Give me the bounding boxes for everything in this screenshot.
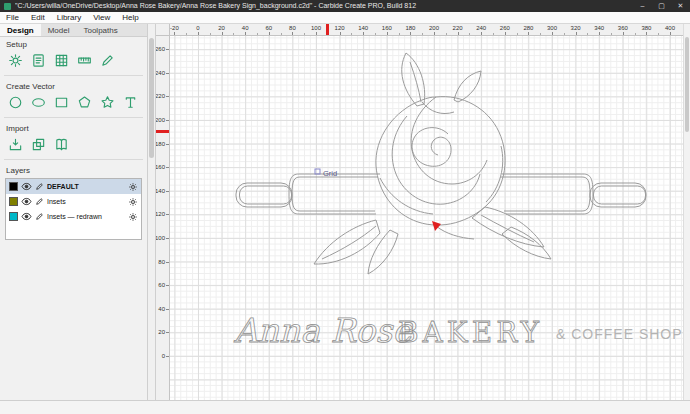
tab-model[interactable]: Model [41, 24, 77, 36]
layer-color-swatch[interactable] [9, 212, 18, 221]
ruler-label: 120 [156, 211, 165, 217]
ruler-tick [410, 32, 411, 35]
rose-vector[interactable] [376, 97, 505, 226]
ruler-label: 220 [453, 25, 463, 31]
ellipse-tool-button[interactable] [28, 93, 48, 112]
layer-color-swatch[interactable] [9, 197, 18, 206]
star-icon [100, 95, 115, 110]
menu-item-file[interactable]: File [0, 12, 25, 24]
merge-icon [31, 137, 46, 152]
artwork-bakery-text[interactable]: BAKERY [398, 316, 543, 349]
scrollbar-thumb[interactable] [685, 37, 689, 132]
layer-row[interactable]: Insets [6, 194, 141, 209]
ruler-label: -20 [170, 25, 179, 31]
layer-row[interactable]: DEFAULT [6, 179, 141, 194]
menu-item-library[interactable]: Library [51, 12, 87, 24]
library-icon [54, 137, 69, 152]
section-divider [4, 75, 143, 76]
job-setup-tool-button[interactable] [5, 51, 25, 70]
design-artwork: Grid Anna Rose BAKERY & COFFEE SHOP [170, 36, 683, 400]
import-file-tool-button[interactable] [5, 135, 25, 154]
ruler-tick [387, 32, 388, 35]
ruler-tick [166, 191, 169, 192]
ruler-label: 100 [311, 25, 321, 31]
eye-icon[interactable] [21, 197, 32, 206]
sidebar-scrollbar[interactable] [148, 24, 156, 400]
ruler-label: 80 [158, 259, 165, 265]
minimize-button[interactable]: – [633, 0, 652, 12]
canvas-scrollbar[interactable] [683, 24, 690, 400]
merge-tool-button[interactable] [28, 135, 48, 154]
menu-item-edit[interactable]: Edit [25, 12, 51, 24]
ruler-tick [469, 33, 470, 35]
ruler-tick [540, 33, 541, 35]
import-section-title: Import [0, 121, 147, 134]
ruler-tick [399, 33, 400, 35]
window-title: "C:/Users/willa/OneDrive/Desktop/Anna Ro… [15, 0, 633, 12]
star-tool-button[interactable] [97, 93, 117, 112]
maximize-button[interactable]: ▢ [652, 0, 671, 12]
artwork-coffee-text[interactable]: & COFFEE SHOP [556, 326, 683, 342]
library-tool-button[interactable] [51, 135, 71, 154]
menu-item-view[interactable]: View [87, 12, 116, 24]
scrollbar-thumb[interactable] [149, 38, 154, 158]
ruler-tick [281, 33, 282, 35]
app-window: "C:/Users/willa/OneDrive/Desktop/Anna Ro… [0, 0, 690, 414]
layer-row[interactable]: Insets — redrawn [6, 209, 141, 224]
document-tool-button[interactable] [28, 51, 48, 70]
menu-bar: FileEditLibraryViewHelp [0, 12, 690, 24]
pencil-icon[interactable] [35, 197, 44, 206]
layer-gear-icon[interactable] [128, 182, 138, 192]
text-tool-button[interactable] [120, 93, 140, 112]
ruler-tick [269, 32, 270, 35]
ruler-label: 340 [594, 25, 604, 31]
circle-tool-button[interactable] [5, 93, 25, 112]
leaves-vector[interactable] [314, 53, 551, 274]
artwork-script-text[interactable]: Anna Rose [233, 311, 414, 350]
pencil-icon[interactable] [35, 212, 44, 221]
ruler-tick [505, 32, 506, 35]
design-canvas[interactable]: Grid Anna Rose BAKERY & COFFEE SHOP [170, 36, 683, 400]
ruler-tick [458, 32, 459, 35]
ruler-tick [210, 33, 211, 35]
ruler-tick [245, 32, 246, 35]
ruler-tick [166, 285, 169, 286]
status-bar: Cursor Position X: 110.000 Y: 190.000 Z:… [0, 400, 690, 414]
menu-item-help[interactable]: Help [116, 12, 144, 24]
ruler-tick [493, 33, 494, 35]
rectangle-tool-button[interactable] [51, 93, 71, 112]
ruler-tick [658, 33, 659, 35]
pencil-icon[interactable] [35, 182, 44, 191]
layer-color-swatch[interactable] [9, 182, 18, 191]
edit-tool-button[interactable] [97, 51, 117, 70]
rolling-pin-vector[interactable] [236, 174, 646, 214]
ruler-tick [422, 33, 423, 35]
setup-section-title: Setup [0, 37, 147, 50]
layer-gear-icon[interactable] [128, 212, 138, 222]
ruler-label: 200 [429, 25, 439, 31]
ruler-tick [166, 73, 169, 74]
import-file-icon [8, 137, 23, 152]
ruler-tick [635, 33, 636, 35]
ruler-tick [623, 32, 624, 35]
ruler-tick [166, 49, 169, 50]
ruler-tick [222, 32, 223, 35]
tab-design[interactable]: Design [0, 24, 41, 36]
circle-icon [8, 95, 23, 110]
eye-icon[interactable] [21, 212, 32, 221]
eye-icon[interactable] [21, 182, 32, 191]
grid-tool-button[interactable] [51, 51, 71, 70]
polygon-tool-button[interactable] [74, 93, 94, 112]
layer-gear-icon[interactable] [128, 197, 138, 207]
create-vector-tools [0, 92, 147, 114]
ruler-tick [166, 167, 169, 168]
ruler-tick [576, 32, 577, 35]
close-button[interactable]: ✕ [671, 0, 690, 12]
ruler-label: 40 [158, 306, 165, 312]
layer-name: DEFAULT [47, 183, 125, 190]
ruler-tick [646, 32, 647, 35]
cursor-marker [432, 221, 441, 231]
measure-tool-button[interactable] [74, 51, 94, 70]
tab-toolpaths[interactable]: Toolpaths [76, 24, 124, 36]
app-icon [4, 3, 11, 10]
